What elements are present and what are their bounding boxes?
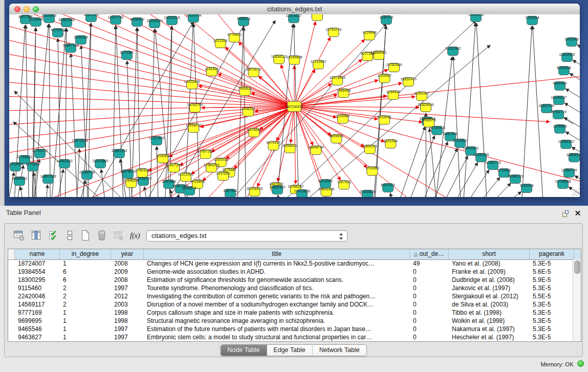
cell-short[interactable]: Dudbridge et al. (2008)	[449, 276, 530, 284]
cell-name[interactable]: 14569117	[15, 300, 60, 309]
cell-pagerank[interactable]: 5.3E-5	[530, 284, 573, 292]
cell-title[interactable]: Tourette syndrome. Phenomenology and cla…	[144, 284, 410, 292]
cell-short[interactable]: de Silva et al. (2003)	[449, 300, 530, 309]
cell-short[interactable]: Tibbo et al. (1998)	[449, 309, 530, 317]
cell-out_de[interactable]: 49	[410, 259, 449, 268]
cell-year[interactable]: 2003	[111, 300, 144, 309]
table-row[interactable]: 1938455462009Genome-wide association stu…	[8, 268, 573, 276]
column-header-short[interactable]: short	[449, 249, 530, 259]
network-view[interactable]: 1615480812213967109734937485063911546096…	[9, 14, 580, 197]
table-row[interactable]: 977716911998Corpus callosum shape and si…	[8, 309, 573, 317]
cell-year[interactable]: 1998	[111, 309, 144, 317]
cell-name[interactable]: 9465546	[15, 325, 60, 333]
cell-in_degree[interactable]: 2	[60, 292, 111, 300]
cell-title[interactable]: Changes of HCN gene expression and I(f) …	[144, 259, 410, 268]
function-builder-button[interactable]: f(x)	[128, 228, 142, 243]
cell-in_degree[interactable]: 2	[60, 284, 111, 292]
cell-pagerank[interactable]: 5.3E-5	[530, 300, 573, 309]
column-header-year[interactable]: year	[111, 249, 144, 259]
scrollbar-thumb[interactable]	[574, 260, 580, 274]
cell-in_degree[interactable]: 1	[60, 309, 111, 317]
table-row[interactable]: 946554611997Estimation of the future num…	[8, 325, 573, 333]
cell-title[interactable]: Structural magnetic resonance image aver…	[144, 317, 410, 325]
cell-pagerank[interactable]: 5.3E-5	[530, 309, 573, 317]
cell-year[interactable]: 1997	[111, 325, 144, 333]
cell-year[interactable]: 1997	[111, 284, 144, 292]
cell-short[interactable]: Jankovic et al. (1997)	[449, 284, 530, 292]
cell-short[interactable]: Franke et al. (2009)	[449, 268, 530, 276]
table-row[interactable]: 1872400712008Changes of HCN gene express…	[8, 259, 573, 268]
cell-out_de[interactable]: 0	[410, 300, 449, 309]
cell-pagerank[interactable]: 5.3E-5	[530, 333, 573, 341]
cell-title[interactable]: Estimation of significance thresholds fo…	[144, 276, 410, 284]
cell-pagerank[interactable]: 5.3E-5	[530, 317, 573, 325]
cell-out_de[interactable]: 0	[410, 276, 449, 284]
cell-year[interactable]: 2009	[111, 268, 144, 276]
cell-name[interactable]: 9777169	[15, 309, 60, 317]
table-selector-dropdown[interactable]: citations_edges.txt	[146, 230, 347, 242]
cell-in_degree[interactable]: 1	[60, 317, 111, 325]
column-header-in_degree[interactable]: in_degree	[60, 249, 111, 259]
cell-year[interactable]: 2008	[111, 276, 144, 284]
delete-table-button[interactable]	[95, 228, 109, 243]
table-row[interactable]: 911546021997Tourette syndrome. Phenomeno…	[8, 284, 573, 292]
cell-out_de[interactable]: 0	[410, 309, 449, 317]
table-settings-button[interactable]	[12, 228, 26, 243]
table-row[interactable]: 1456911722003Disruption of a novel membe…	[8, 300, 573, 309]
cell-title[interactable]: Disruption of a novel member of a sodium…	[144, 300, 410, 309]
show-columns-button[interactable]	[29, 228, 43, 243]
cell-short[interactable]: Stergiakouli et al. (2012)	[449, 292, 530, 300]
table-row[interactable]: 1830029562008Estimation of significance …	[8, 276, 573, 284]
network-node[interactable]	[312, 14, 322, 20]
network-canvas[interactable]: 1615480812213967109734937485063911546096…	[9, 14, 580, 197]
column-header-name[interactable]: name	[15, 249, 60, 259]
cell-out_de[interactable]: 0	[410, 292, 449, 300]
tab-node-table[interactable]: Node Table	[221, 345, 267, 356]
cell-in_degree[interactable]: 1	[60, 259, 111, 268]
cell-short[interactable]: Hescheler et al. (1997)	[449, 333, 530, 341]
cell-out_de[interactable]: 0	[410, 325, 449, 333]
cell-year[interactable]: 2012	[111, 292, 144, 300]
cell-title[interactable]: Embryonic stem cells: a model to study s…	[144, 333, 410, 341]
cell-out_de[interactable]: 0	[410, 284, 449, 292]
table-vertical-scrollbar[interactable]	[573, 259, 581, 341]
cell-year[interactable]: 1998	[111, 317, 144, 325]
cell-pagerank[interactable]: 5.9E-5	[530, 276, 573, 284]
cell-short[interactable]: Nakamura et al. (1997)	[449, 325, 530, 333]
cell-year[interactable]: 2008	[111, 259, 144, 268]
import-table-button[interactable]	[111, 228, 125, 243]
cell-name[interactable]: 9699695	[15, 317, 60, 325]
cell-name[interactable]: 18724007	[15, 259, 60, 268]
cell-in_degree[interactable]: 1	[60, 333, 111, 341]
cell-title[interactable]: Genome-wide association studies in ADHD.	[144, 268, 410, 276]
row-tools-button[interactable]	[62, 228, 77, 243]
cell-name[interactable]: 9463627	[15, 333, 60, 341]
cell-out_de[interactable]: 0	[410, 333, 449, 341]
table-row[interactable]: 969969511998Structural magnetic resonanc…	[8, 317, 573, 325]
table-row[interactable]: 946362711997Embryonic stem cells: a mode…	[8, 333, 573, 341]
tab-network-table[interactable]: Network Table	[313, 345, 366, 356]
float-panel-button[interactable]	[561, 209, 570, 217]
network-window-titlebar[interactable]: citations_edges.txt	[9, 4, 580, 15]
cell-pagerank[interactable]: 5.3E-5	[530, 325, 573, 333]
cell-in_degree[interactable]: 2	[60, 300, 111, 309]
cell-in_degree[interactable]: 1	[60, 325, 111, 333]
new-table-button[interactable]	[78, 228, 93, 243]
cell-out_de[interactable]: 0	[410, 317, 449, 325]
close-panel-button[interactable]: ✕	[574, 209, 582, 217]
cell-title[interactable]: Corpus callosum shape and size in male p…	[144, 309, 410, 317]
cell-out_de[interactable]: 0	[410, 268, 449, 276]
cell-title[interactable]: Estimation of the future numbers of pati…	[144, 325, 410, 333]
select-rows-button[interactable]	[47, 228, 61, 243]
cell-in_degree[interactable]: 6	[60, 276, 111, 284]
cell-name[interactable]: 22420046	[15, 292, 60, 300]
cell-short[interactable]: Wolkin et al. (1998)	[449, 317, 530, 325]
column-header-pagerank[interactable]: pagerank	[530, 249, 574, 259]
cell-title[interactable]: Investigating the contribution of common…	[144, 292, 410, 300]
cell-pagerank[interactable]: 5.5E-5	[530, 292, 573, 300]
cell-name[interactable]: 9115460	[15, 284, 60, 292]
cell-short[interactable]: Yano et al. (2008)	[449, 259, 530, 268]
cell-pagerank[interactable]: 5.3E-5	[530, 259, 573, 268]
cell-name[interactable]: 19384554	[15, 268, 60, 276]
tab-edge-table[interactable]: Edge Table	[267, 345, 312, 356]
